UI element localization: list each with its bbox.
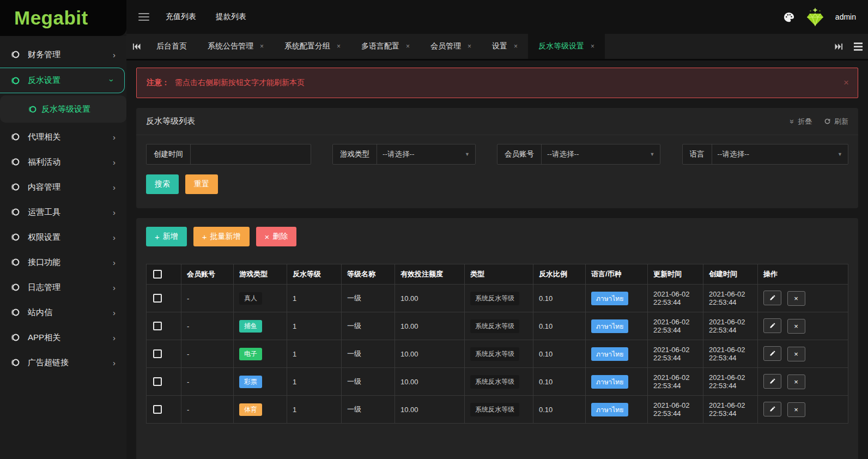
cell-language: ภาษาไทย (586, 368, 648, 396)
tab-home[interactable]: 后台首页 (146, 34, 197, 59)
refresh-button[interactable]: 刷新 (824, 117, 848, 126)
tab-close-icon[interactable]: × (260, 43, 264, 50)
type-chip: 系统反水等级 (470, 292, 519, 305)
ring-icon (11, 50, 20, 59)
filter-game-type: 游戏类型 --请选择-- ▼ (332, 144, 476, 165)
sidebar-subitem-rebate-level-settings[interactable]: 反水等级设置 (0, 95, 126, 123)
cell-type: 系统反水等级 (465, 285, 533, 312)
tab-system-announcement[interactable]: 系统公告管理 × (197, 34, 274, 59)
collapse-button[interactable]: » 折叠 (790, 117, 812, 126)
sidebar-toggle-icon[interactable] (138, 13, 149, 21)
row-checkbox[interactable] (153, 349, 162, 358)
delete-row-button[interactable]: × (787, 291, 805, 306)
row-checkbox[interactable] (153, 405, 162, 414)
delete-row-button[interactable]: × (787, 402, 805, 417)
created-time-input[interactable] (191, 144, 311, 164)
sidebar-item-api[interactable]: 接口功能 › (0, 250, 126, 274)
alert-close-icon[interactable]: × (843, 77, 849, 88)
delete-row-button[interactable]: × (787, 375, 805, 389)
sidebar-item-label: 接口功能 (28, 257, 60, 268)
collapse-icon: » (788, 119, 797, 124)
batch-add-button[interactable]: + 批量新增 (193, 227, 250, 246)
tabs-scroll-right-button[interactable] (829, 34, 848, 59)
tab-close-icon[interactable]: × (591, 43, 594, 50)
cell-updated: 2021-06-02 22:53:44 (648, 396, 703, 424)
col-type: 类型 (465, 264, 533, 285)
edit-button[interactable] (763, 318, 781, 333)
language-badge: ภาษาไทย (591, 319, 628, 333)
user-menu[interactable]: admin (835, 13, 856, 21)
language-select[interactable]: --请选择-- ▼ (712, 144, 848, 164)
chevron-right-icon: › (113, 132, 116, 142)
sidebar-item-agent[interactable]: 代理相关 › (0, 125, 126, 149)
delete-row-button[interactable]: × (787, 347, 805, 361)
sidebar-item-ads[interactable]: 广告超链接 › (0, 351, 126, 375)
palette-icon[interactable] (782, 11, 795, 23)
topbar-right: admin (782, 8, 856, 26)
reset-button[interactable]: 重置 (185, 174, 218, 194)
sidebar-item-operations[interactable]: 运营工具 › (0, 200, 126, 224)
col-valid-bet: 有效投注额度 (395, 264, 465, 285)
sidebar-item-permissions[interactable]: 权限设置 › (0, 225, 126, 249)
sidebar-item-finance[interactable]: 财务管理 › (0, 43, 126, 67)
sidebar-item-logs[interactable]: 日志管理 › (0, 275, 126, 299)
edit-button[interactable] (763, 402, 781, 416)
delete-button[interactable]: × 删除 (256, 227, 297, 246)
game-type-select[interactable]: --请选择-- ▼ (377, 144, 475, 164)
tab-close-icon[interactable]: × (337, 43, 341, 50)
type-chip: 系统反水等级 (470, 403, 519, 416)
search-button[interactable]: 搜索 (146, 174, 179, 194)
refresh-icon (824, 118, 831, 125)
add-button[interactable]: + 新增 (146, 227, 187, 246)
sidebar-item-label: APP相关 (28, 333, 60, 343)
pencil-icon (769, 350, 776, 357)
ring-icon (11, 308, 20, 317)
language-badge: ภาษาไทย (591, 375, 628, 389)
tab-system-config-group[interactable]: 系统配置分组 × (274, 34, 351, 59)
cell-updated: 2021-06-02 22:53:44 (648, 285, 703, 312)
select-value: --请选择-- (547, 149, 579, 159)
tabs-menu-button[interactable] (848, 34, 868, 59)
panel-title: 反水等级列表 (146, 116, 195, 126)
tab-settings[interactable]: 设置 × (482, 34, 528, 59)
edit-button[interactable] (763, 346, 781, 361)
pencil-icon (769, 322, 776, 329)
select-all-checkbox[interactable] (153, 270, 162, 279)
cell-actions: × (758, 368, 848, 396)
sidebar-item-label: 反水设置 (28, 75, 60, 86)
cell-valid-bet: 10.00 (395, 396, 465, 424)
tab-close-icon[interactable]: × (514, 43, 518, 50)
sidebar-item-messages[interactable]: 站内信 › (0, 300, 126, 324)
tab-multilanguage-config[interactable]: 多语言配置 × (351, 34, 420, 59)
sidebar-item-welfare[interactable]: 福利活动 › (0, 150, 126, 174)
cell-valid-bet: 10.00 (395, 312, 465, 340)
edit-button[interactable] (763, 291, 781, 305)
gem-icon[interactable] (805, 8, 825, 26)
chevron-right-icon: › (113, 308, 116, 317)
row-checkbox[interactable] (153, 322, 162, 330)
close-icon: × (794, 322, 798, 330)
tab-member-management[interactable]: 会员管理 × (420, 34, 482, 59)
nav-withdraw-list[interactable]: 提款列表 (216, 12, 246, 22)
sidebar-item-content[interactable]: 内容管理 › (0, 175, 126, 199)
sidebar-item-label: 站内信 (28, 307, 52, 318)
row-checkbox[interactable] (153, 377, 162, 386)
row-checkbox[interactable] (153, 294, 162, 303)
tab-rebate-level-settings[interactable]: 反水等级设置 × (528, 34, 605, 59)
game-type-badge: 彩票 (239, 376, 262, 388)
sidebar-item-app[interactable]: APP相关 › (0, 325, 126, 349)
sidebar-item-rebate-settings[interactable]: 反水设置 › (0, 68, 125, 93)
edit-button[interactable] (763, 374, 781, 389)
sidebar-item-label: 福利活动 (28, 157, 60, 167)
tabs-scroll-left-button[interactable] (126, 34, 146, 59)
ring-icon (11, 76, 20, 85)
nav-recharge-list[interactable]: 充值列表 (166, 12, 196, 22)
caret-down-icon: ▼ (465, 152, 470, 157)
member-account-select[interactable]: --请选择-- ▼ (542, 144, 660, 164)
tab-close-icon[interactable]: × (468, 43, 471, 50)
cell-member: - (181, 312, 234, 340)
cell-level: 1 (287, 396, 342, 424)
delete-row-button[interactable]: × (787, 319, 805, 334)
tab-close-icon[interactable]: × (406, 43, 410, 50)
sidebar: 财务管理 › 反水设置 › 反水等级设置 代理相关 › 福利活动 › 内容管理 … (0, 36, 126, 459)
